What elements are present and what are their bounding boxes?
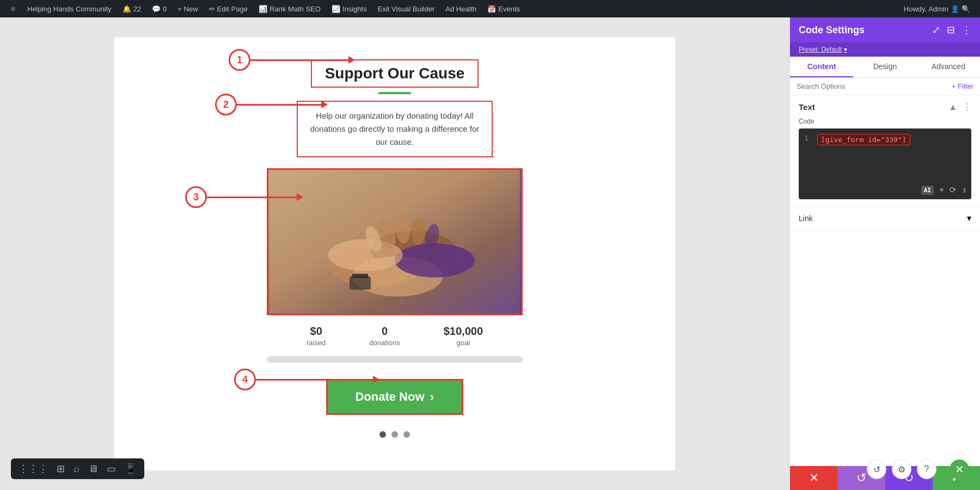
text-section-title: Text xyxy=(799,102,815,112)
adminbar-comments[interactable]: 💬 0 xyxy=(146,0,172,17)
svg-rect-7 xyxy=(352,273,368,278)
adminbar-events[interactable]: 📅 Events xyxy=(482,0,525,17)
stats-row: $0 raised 0 donations $10,000 goal xyxy=(307,325,483,347)
annotation-arrow-4 xyxy=(373,376,379,383)
reset-code-icon[interactable]: ⟳ xyxy=(950,185,957,195)
close-button[interactable]: ✕ xyxy=(950,460,969,479)
pagination-dot-2[interactable] xyxy=(391,431,398,438)
main-layout: 1 2 3 4 xyxy=(0,17,980,490)
adminbar-rank-math[interactable]: 📊 Rank Math SEO xyxy=(253,0,326,17)
annotation-circle-2: 2 xyxy=(215,94,237,115)
stat-donations: 0 donations xyxy=(369,325,400,347)
code-label: Code xyxy=(799,118,971,125)
link-chevron-icon[interactable]: ▾ xyxy=(967,213,971,223)
settings-tool-button[interactable]: ⚙ xyxy=(892,460,911,479)
code-line-1: 1 [give_form id="339"] xyxy=(804,134,966,145)
toolbar-mobile-icon[interactable]: 📱 xyxy=(125,463,137,475)
help-tool-button[interactable]: ? xyxy=(917,460,936,479)
collapse-icon[interactable]: ▲ xyxy=(948,102,957,112)
adminbar-new[interactable]: + New xyxy=(172,0,203,17)
code-editor[interactable]: 1 [give_form id="339"] AI + ⟳ ↕ xyxy=(799,128,971,199)
columns-icon[interactable]: ⊟ xyxy=(947,24,955,36)
adminbar-user[interactable]: Howdy, Admin 👤 🔍 xyxy=(898,5,976,13)
annotation-arrow-2 xyxy=(321,101,328,108)
annotation-circle-3: 3 xyxy=(185,186,207,208)
link-section[interactable]: Link ▾ xyxy=(790,206,980,230)
pagination-dot-3[interactable] xyxy=(403,431,410,438)
updates-icon: 🔔 xyxy=(122,5,131,13)
edit-icon: ✏ xyxy=(209,5,215,13)
stat-raised: $0 raised xyxy=(307,325,326,347)
progress-bar-container xyxy=(267,356,523,363)
pagination-dots xyxy=(379,431,410,438)
panel-header-icons: ⤢ ⊟ ⋮ xyxy=(932,24,971,36)
adminbar-site-name[interactable]: Helping Hands Community xyxy=(22,0,117,17)
annotation-line-3 xyxy=(207,197,297,198)
refresh-tool-button[interactable]: ↺ xyxy=(867,460,886,479)
adminbar-edit-page[interactable]: ✏ Edit Page xyxy=(204,0,253,17)
search-options-input[interactable] xyxy=(797,82,947,90)
page-slide: Support Our Cause Help our organization … xyxy=(114,38,675,470)
tab-content[interactable]: Content xyxy=(790,57,853,77)
adminbar-exit-builder[interactable]: Exit Visual Builder xyxy=(372,0,440,17)
hands-illustration xyxy=(268,170,521,314)
code-snippet[interactable]: [give_form id="339"] xyxy=(817,134,910,145)
insights-icon: 📈 xyxy=(332,5,340,13)
toolbar-settings-icon[interactable]: ⋮⋮⋮ xyxy=(19,463,48,475)
annotation-3: 3 xyxy=(185,186,303,208)
tab-design[interactable]: Design xyxy=(853,57,916,77)
toolbar-grid-icon[interactable]: ⊞ xyxy=(57,463,65,475)
more-options-icon[interactable]: ⋮ xyxy=(961,24,971,36)
comments-icon: 💬 xyxy=(152,5,161,13)
filter-button[interactable]: + Filter xyxy=(952,82,973,90)
toolbar-desktop-icon[interactable]: 🖥 xyxy=(88,463,98,475)
adminbar-updates[interactable]: 🔔 22 xyxy=(117,0,146,17)
annotation-arrow-1 xyxy=(348,56,355,64)
add-code-icon[interactable]: + xyxy=(939,185,944,195)
search-icon: 🔍 xyxy=(961,5,970,13)
sort-code-icon[interactable]: ↕ xyxy=(962,185,967,195)
pagination-dot-1[interactable] xyxy=(379,431,386,438)
panel-preset-row: Preset: Default ▾ xyxy=(790,42,980,57)
canvas-area: 1 2 3 4 xyxy=(0,17,789,490)
annotation-arrow-3 xyxy=(297,193,303,201)
adminbar-insights[interactable]: 📈 Insights xyxy=(326,0,372,17)
toolbar-tablet-icon[interactable]: ▭ xyxy=(107,463,116,475)
text-section-controls: ▲ ⋮ xyxy=(948,102,971,112)
section-more-icon[interactable]: ⋮ xyxy=(963,102,971,112)
preset-dropdown-icon[interactable]: ▾ xyxy=(844,46,847,53)
annotation-4: 4 xyxy=(234,369,379,390)
tab-advanced[interactable]: Advanced xyxy=(917,57,980,77)
expand-icon[interactable]: ⤢ xyxy=(932,24,940,36)
annotation-line-4 xyxy=(256,379,373,381)
annotation-circle-4: 4 xyxy=(234,369,256,390)
annotation-2: 2 xyxy=(215,94,328,115)
panel-tabs: Content Design Advanced xyxy=(790,57,980,78)
bottom-toolbar: ⋮⋮⋮ ⊞ ⌕ 🖥 ▭ 📱 xyxy=(11,458,144,479)
toolbar-search-icon[interactable]: ⌕ xyxy=(74,463,79,475)
user-avatar-icon: 👤 xyxy=(951,5,959,13)
adminbar-ad-health[interactable]: Ad Health xyxy=(440,0,482,17)
rank-math-icon: 📊 xyxy=(259,5,267,13)
right-panel: Code Settings ⤢ ⊟ ⋮ Preset: Default ▾ Co… xyxy=(789,17,980,490)
svg-rect-6 xyxy=(350,276,371,289)
bottom-right-tools: ↺ ⚙ ? xyxy=(867,460,936,479)
title-underline xyxy=(378,92,411,94)
stat-goal: $10,000 goal xyxy=(444,325,483,347)
annotation-circle-1: 1 xyxy=(229,49,250,71)
adminbar-wordpress[interactable]: ⚛ xyxy=(4,0,22,17)
panel-title: Code Settings xyxy=(799,24,865,36)
annotation-line-2 xyxy=(237,104,321,106)
text-section-header: Text ▲ ⋮ xyxy=(799,102,971,112)
code-editor-toolbar: AI + ⟳ ↕ xyxy=(921,185,967,195)
svg-point-4 xyxy=(395,243,475,277)
link-label: Link xyxy=(799,214,813,223)
ai-button[interactable]: AI xyxy=(921,186,934,195)
annotation-line-1 xyxy=(250,59,348,61)
events-icon: 📅 xyxy=(487,5,496,13)
text-section: Text ▲ ⋮ Code 1 [give_form id="339"] AI … xyxy=(790,95,980,206)
wordpress-icon: ⚛ xyxy=(10,5,16,13)
annotation-1: 1 xyxy=(229,49,355,71)
search-options-row: + Filter xyxy=(790,78,980,95)
cancel-button[interactable]: ✕ xyxy=(790,466,837,490)
